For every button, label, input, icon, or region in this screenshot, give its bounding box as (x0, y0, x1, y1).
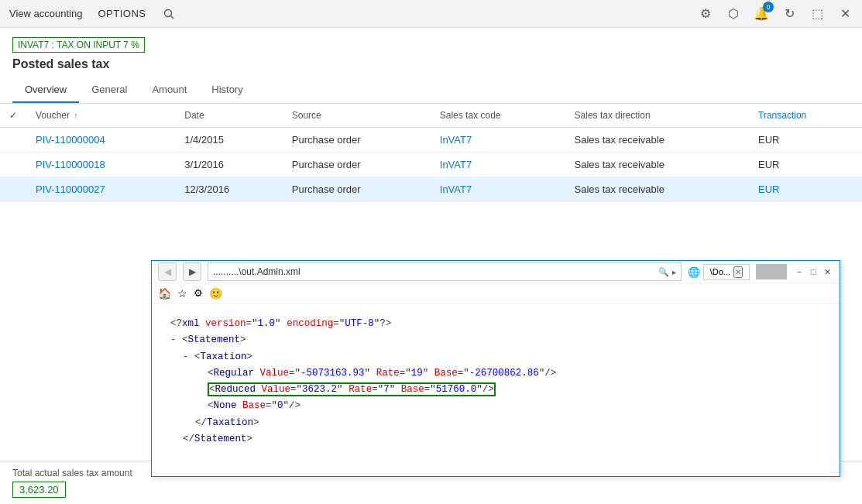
top-nav-right: ⚙ ⬡ 🔔 0 ↻ ⬚ ✕ (695, 3, 856, 25)
svg-point-0 (165, 9, 172, 16)
window-controls: − □ ✕ (793, 266, 833, 278)
settings-icon-btn[interactable]: ⚙ (695, 3, 716, 25)
home-icon[interactable]: 🏠 (158, 287, 171, 300)
col-source[interactable]: Source (283, 104, 431, 128)
close-btn[interactable]: ✕ (821, 266, 833, 278)
tabs-bar: Overview General Amount History (0, 77, 862, 104)
header-section: INVAT7 : TAX ON INPUT 7 % Posted sales t… (0, 28, 862, 71)
row-tax-code[interactable]: InVAT7 (431, 128, 565, 153)
popup-search-area: 🔍 ▸ (658, 267, 676, 277)
options-menu[interactable]: OPTIONS (98, 8, 146, 19)
maximize-btn[interactable]: □ (807, 266, 819, 278)
xml-statement-close: </Statement> (183, 431, 821, 447)
xml-popup-window: ◀ ▶ ..........\out.Admin.xml 🔍 ▸ 🌐 \Do..… (151, 260, 840, 477)
xml-taxation-open: - <Taxation> (183, 349, 821, 365)
popup-titlebar: ◀ ▶ ..........\out.Admin.xml 🔍 ▸ 🌐 \Do..… (152, 261, 840, 283)
popup-browser-tab[interactable]: \Do... ✕ (703, 264, 750, 280)
row-voucher[interactable]: PIV-110000018 (26, 153, 175, 177)
row-voucher[interactable]: PIV-110000004 (26, 128, 175, 153)
search-icon (163, 9, 174, 19)
row-date: 1/4/2015 (175, 128, 282, 153)
footer-value: 3,623.20 (12, 482, 66, 498)
table-row-selected[interactable]: PIV-110000027 12/3/2016 Purchase order I… (0, 177, 862, 202)
xml-none-line: <None Base="0"/> (208, 398, 821, 414)
smiley-icon[interactable]: 🙂 (209, 287, 222, 300)
row-source: Purchase order (283, 177, 431, 202)
row-direction: Sales tax receivable (565, 153, 749, 177)
refresh-icon-btn[interactable]: ↻ (778, 3, 800, 25)
voucher-table: ✓ Voucher ↑ Date Source Sales tax code S… (0, 104, 862, 202)
close-icon-btn[interactable]: ✕ (834, 3, 856, 25)
sort-asc-icon: ↑ (74, 111, 77, 120)
tab-amount[interactable]: Amount (139, 77, 199, 103)
xml-reduced-highlight: <Reduced Value="3623.2" Rate="7" Base="5… (208, 382, 496, 396)
xml-statement-open: - <Statement> (170, 332, 821, 348)
minimize-btn[interactable]: − (793, 266, 805, 278)
settings-gear-icon[interactable]: ⚙ (194, 287, 203, 299)
xml-taxation-close: </Taxation> (195, 415, 821, 431)
row-transaction: EUR (749, 177, 862, 202)
xml-reduced-line: <Reduced Value="3623.2" Rate="7" Base="5… (208, 382, 821, 398)
top-nav-left: View accounting OPTIONS (6, 3, 180, 25)
xml-regular-line: <Regular Value="-5073163.93" Rate="19" B… (208, 365, 821, 382)
xml-proc-line: <?xml version="1.0" encoding="UTF-8"?> (170, 316, 821, 332)
address-search-icon: 🔍 (658, 267, 669, 277)
notification-btn[interactable]: 🔔 0 (750, 3, 772, 25)
row-transaction: EUR (749, 153, 862, 177)
row-source: Purchase order (283, 153, 431, 177)
row-check (0, 177, 26, 202)
col-transaction[interactable]: Transaction (749, 104, 862, 128)
page-title: Posted sales tax (12, 57, 850, 71)
office-icon-btn[interactable]: ⬡ (723, 3, 744, 25)
row-source: Purchase order (283, 128, 431, 153)
browser-toolbar: 🏠 ☆ ⚙ 🙂 (152, 283, 840, 303)
popup-tab-section: 🌐 \Do... ✕ (688, 264, 750, 280)
col-check: ✓ (0, 104, 26, 128)
popup-tab-label: \Do... (710, 267, 730, 276)
star-icon[interactable]: ☆ (177, 287, 187, 300)
search-bar[interactable] (158, 3, 180, 25)
popup-back-btn[interactable]: ◀ (158, 262, 177, 281)
col-tax-direction[interactable]: Sales tax direction (565, 104, 749, 128)
row-tax-code[interactable]: InVAT7 (431, 153, 565, 177)
popup-forward-btn[interactable]: ▶ (183, 262, 201, 281)
col-tax-code[interactable]: Sales tax code (431, 104, 565, 128)
row-direction: Sales tax receivable (565, 177, 749, 202)
col-voucher[interactable]: Voucher ↑ (26, 104, 175, 128)
table-row[interactable]: PIV-110000018 3/1/2016 Purchase order In… (0, 153, 862, 177)
row-voucher[interactable]: PIV-110000027 (26, 177, 175, 202)
row-tax-code[interactable]: InVAT7 (431, 177, 565, 202)
svg-line-1 (171, 15, 174, 19)
tax-code-badge: INVAT7 : TAX ON INPUT 7 % (12, 37, 145, 53)
xml-content-area: <?xml version="1.0" encoding="UTF-8"?> -… (152, 303, 840, 476)
row-date: 3/1/2016 (175, 153, 282, 177)
tab-overview[interactable]: Overview (12, 77, 79, 103)
row-check (0, 153, 26, 177)
check-icon: ✓ (9, 110, 17, 121)
popout-icon-btn[interactable]: ⬚ (806, 3, 828, 25)
address-nav-arrow: ▸ (672, 268, 676, 276)
popup-favicon: 🌐 (688, 266, 700, 278)
row-check (0, 128, 26, 153)
view-accounting-link[interactable]: View accounting (6, 3, 85, 24)
notification-badge: 0 (763, 2, 774, 12)
row-date: 12/3/2016 (175, 177, 282, 202)
row-direction: Sales tax receivable (565, 128, 749, 153)
col-date[interactable]: Date (175, 104, 282, 128)
popup-address-text: ..........\out.Admin.xml (213, 266, 300, 277)
tab-history[interactable]: History (199, 77, 255, 103)
table-row[interactable]: PIV-110000004 1/4/2015 Purchase order In… (0, 128, 862, 153)
popup-preview-thumb (756, 264, 787, 279)
popup-tab-close-btn[interactable]: ✕ (733, 266, 743, 278)
table-header-row: ✓ Voucher ↑ Date Source Sales tax code S… (0, 104, 862, 128)
row-transaction: EUR (749, 128, 862, 153)
top-nav-bar: View accounting OPTIONS ⚙ ⬡ 🔔 0 ↻ ⬚ ✕ (0, 0, 862, 28)
main-content: INVAT7 : TAX ON INPUT 7 % Posted sales t… (0, 28, 862, 504)
popup-address-bar[interactable]: ..........\out.Admin.xml 🔍 ▸ (208, 262, 682, 281)
tab-general[interactable]: General (79, 77, 139, 103)
